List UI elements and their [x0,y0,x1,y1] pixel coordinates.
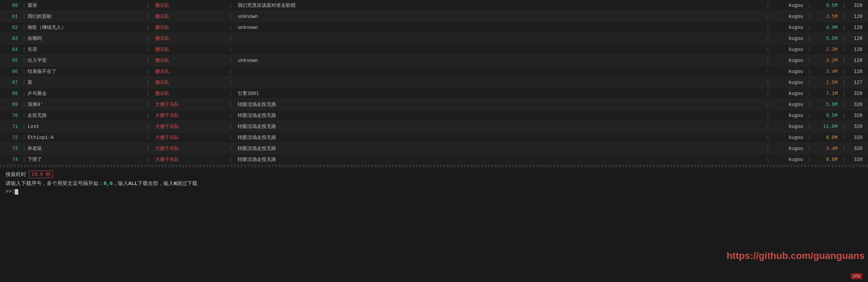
row-num: 65 [0,58,21,63]
table-row[interactable]: 65 | 出入平安 | 腰乐队 | unknown | kugou | 3.2M… [0,55,868,66]
row-source: kugou [771,14,806,19]
row-title: 紧张 [28,2,144,9]
row-size: 3.4M [813,146,840,151]
row-bitrate: 128 [847,47,868,52]
row-bitrate: 128 [847,25,868,30]
row-source: kugou [771,47,806,52]
row-size: 7.1M [813,91,840,96]
row-source: kugou [771,146,806,151]
row-bitrate: 320 [847,124,868,129]
row-album: 转眼沈场走投无路 [234,123,764,130]
cursor [15,189,18,195]
row-num: 73 [0,146,21,151]
search-label: 搜索耗时 [6,171,26,178]
row-size: 4.9M [813,25,840,30]
row-bitrate: 127 [847,80,868,85]
row-source: kugou [771,135,806,140]
row-source: kugou [771,25,806,30]
row-size: 9.5M [813,3,840,8]
prompt-line: 请输入下载序号，多个用英文逗号隔开如：0,6，输入ALL下载全部，输入N跳过下载 [6,180,862,187]
row-num: 63 [0,36,21,41]
table-row[interactable]: 70 | 走投无路 | 大腰子乐队 | 转眼沈场走投无路 | kugou | 9… [0,110,868,121]
row-artist: 腰乐队 [152,90,227,97]
row-num: 66 [0,69,21,74]
row-artist: 腰乐队 [152,24,227,31]
row-size: 11.0M [813,124,840,129]
row-source: kugou [771,3,806,8]
table-row[interactable]: 71 | Lost | 大腰子乐队 | 转眼沈场走投无路 | kugou | 1… [0,121,868,132]
table-row[interactable]: 74 | 下雨了 | 大腰子乐队 | 转眼沈场走投无路 | kugou | 8.… [0,154,868,165]
row-num: 69 [0,102,21,107]
row-source: kugou [771,113,806,118]
table-row[interactable]: 63 | 你饿吗 | 腰乐队 | | kugou | 5.5M | 128 [0,33,868,44]
row-title: 下雨了 [28,156,144,163]
row-num: 60 [0,3,21,8]
row-album: 引擎2001 [234,90,764,97]
table-row[interactable]: 62 | 挽歌（继续无人） | 腰乐队 | unknown | kugou | … [0,22,868,33]
watermark: https://github.com/guanguans [727,250,865,261]
row-album: 我们究竟应该面对谁去歌唱 [234,2,764,9]
row-title: 走投无路 [28,112,144,119]
row-num: 64 [0,47,21,52]
row-bitrate: 320 [847,157,868,162]
row-bitrate: 320 [847,91,868,96]
row-artist: 腰乐队 [152,2,227,9]
row-title: Ethiopi-A [28,135,144,140]
prompt-end: 跳过下载 [177,181,197,187]
n-keyword: N [174,181,177,187]
row-title: 你饿吗 [28,35,144,42]
row-title: 出入平安 [28,57,144,64]
row-title: 我们的贡献 [28,13,144,20]
row-size: 2.3M [813,47,840,52]
row-artist: 腰乐队 [152,57,227,64]
row-bitrate: 320 [847,135,868,140]
row-album: 转眼沈场走投无路 [234,145,764,152]
row-artist: 大腰子乐队 [152,134,227,141]
row-size: 5.6M [813,102,840,107]
row-album: 转眼沈场走投无路 [234,134,764,141]
table-row[interactable]: 69 | 浪潮4' | 大腰子乐队 | 转眼沈场走投无路 | kugou | 5… [0,99,868,110]
prompt-mid: ，输入 [113,181,128,187]
row-source: kugou [771,91,806,96]
row-album: unknown [234,58,764,63]
table-row[interactable]: 68 | 乒乓聚会 | 腰乐队 | 引擎2001 | kugou | 7.1M … [0,88,868,99]
row-title: 浪潮4' [28,101,144,108]
row-title: 结束曲不在了 [28,68,144,75]
row-num: 68 [0,91,21,96]
row-size: 3.4M [813,69,840,74]
row-bitrate: 128 [847,14,868,19]
row-bitrate: 320 [847,146,868,151]
table-row[interactable]: 73 | 米老鼠 | 大腰子乐队 | 转眼沈场走投无路 | kugou | 3.… [0,143,868,154]
row-source: kugou [771,124,806,129]
row-source: kugou [771,69,806,74]
row-title: 挽歌（继续无人） [28,24,144,31]
search-time-line: 搜索耗时 19.8 秒 [6,171,862,178]
row-album: 转眼沈场走投无路 [234,156,764,163]
row-album: 转眼沈场走投无路 [234,101,764,108]
row-bitrate: 128 [847,36,868,41]
row-artist: 大腰子乐队 [152,145,227,152]
row-artist: 大腰子乐队 [152,112,227,119]
input-line[interactable]: >>: [6,189,862,195]
table-row[interactable]: 61 | 我们的贡献 | 腰乐队 | unknown | kugou | 3.5… [0,11,868,22]
row-artist: 大腰子乐队 [152,156,227,163]
prompt-mid2: 下载全部，输入 [138,181,174,187]
row-bitrate: 320 [847,113,868,118]
prompt-prefix: 请输入下载序号，多个用英文逗号隔开如： [6,181,104,187]
row-album: unknown [234,25,764,30]
row-title: 乒乓聚会 [28,90,144,97]
table-row[interactable]: 66 | 结束曲不在了 | 腰乐队 | | kugou | 3.4M | 128 [0,66,868,77]
row-num: 61 [0,14,21,19]
table-row[interactable]: 64 | 失语 | 腰乐队 | | kugou | 2.3M | 128 [0,44,868,55]
table-row[interactable]: 67 | 莫 | 腰乐队 | | kugou | 2.8M | 127 [0,77,868,88]
row-source: kugou [771,157,806,162]
row-source: kugou [771,80,806,85]
row-title: 莫 [28,79,144,86]
row-artist: 大腰子乐队 [152,123,227,130]
example-code: 0,6 [104,181,113,187]
all-keyword: ALL [128,181,138,187]
table-row[interactable]: 60 | 紧张 | 腰乐队 | 我们究竟应该面对谁去歌唱 | kugou | 9… [0,0,868,11]
row-size: 9.5M [813,113,840,118]
row-album: 转眼沈场走投无路 [234,112,764,119]
table-row[interactable]: 72 | Ethiopi-A | 大腰子乐队 | 转眼沈场走投无路 | kugo… [0,132,868,143]
